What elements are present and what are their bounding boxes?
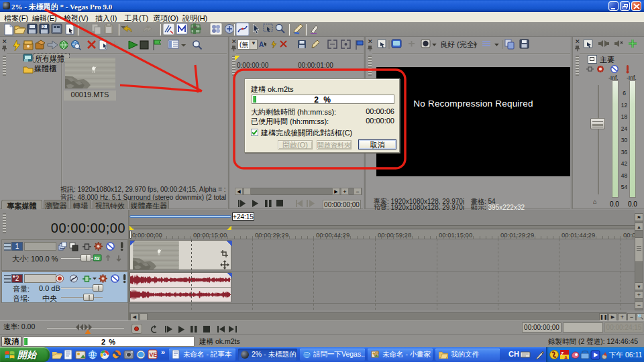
svg-text:VE: VE: [150, 351, 158, 358]
svg-text:A: A: [564, 355, 568, 360]
svg-text:A: A: [259, 41, 264, 48]
svg-text:良好 (完全): 良好 (完全): [440, 40, 476, 48]
svg-text:fα: fα: [95, 255, 101, 261]
svg-text:2: 2: [42, 25, 45, 29]
